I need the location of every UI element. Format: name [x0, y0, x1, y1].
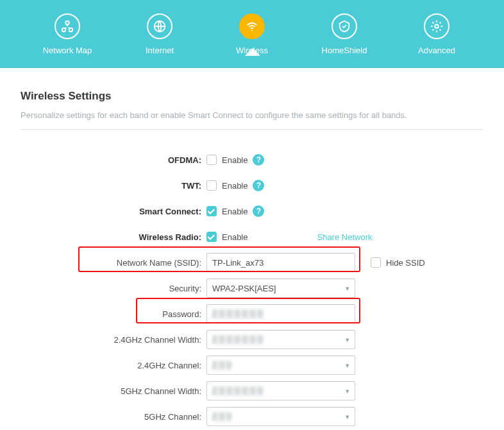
security-label: Security:	[21, 284, 206, 293]
row-24-width: 2.4GHz Channel Width: ▾	[21, 327, 483, 352]
password-label: Password:	[21, 309, 206, 319]
ch-5-label: 5GHz Channel:	[21, 412, 206, 422]
help-icon[interactable]: ?	[253, 154, 264, 166]
chevron-down-icon: ▾	[346, 413, 349, 421]
wireless-radio-enable-text: Enable	[222, 232, 248, 242]
hide-ssid-checkbox[interactable]	[371, 257, 381, 268]
password-input[interactable]	[206, 304, 355, 323]
page-description: Personalize settings for each band or en…	[21, 110, 483, 130]
chevron-down-icon: ▾	[346, 284, 349, 293]
smart-connect-label: Smart Connect:	[21, 207, 206, 216]
chevron-down-icon: ▾	[346, 336, 349, 344]
ch-24-label: 2.4GHz Channel:	[21, 361, 206, 370]
smart-connect-checkbox[interactable]	[206, 206, 217, 216]
blurred-value	[212, 386, 264, 395]
row-twt: TWT: Enable ?	[21, 173, 483, 198]
help-icon[interactable]: ?	[253, 180, 264, 191]
top-nav: Network Map Internet Wireless HomeShield…	[0, 0, 504, 68]
nav-advanced[interactable]: Advanced	[406, 13, 467, 55]
hide-ssid-label: Hide SSID	[386, 258, 425, 268]
help-icon[interactable]: ?	[253, 205, 264, 217]
gear-icon	[424, 13, 449, 39]
blurred-value	[212, 412, 231, 421]
blurred-value	[212, 309, 264, 318]
ofdma-enable-text: Enable	[222, 155, 248, 165]
homeshield-icon	[332, 13, 357, 39]
nav-wireless[interactable]: Wireless	[221, 13, 283, 55]
ofdma-checkbox[interactable]	[206, 155, 217, 165]
nav-label: HomeShield	[322, 46, 367, 55]
row-24-channel: 2.4GHz Channel: ▾	[21, 353, 483, 377]
svg-point-0	[65, 21, 69, 24]
page-title: Wireless Settings	[21, 90, 483, 103]
ch-24-select[interactable]: ▾	[206, 356, 355, 375]
network-map-icon	[55, 13, 80, 39]
ssid-input[interactable]	[206, 253, 355, 272]
blurred-value	[212, 361, 231, 370]
chevron-down-icon: ▾	[346, 361, 349, 370]
row-smart-connect: Smart Connect: Enable ?	[21, 199, 483, 223]
security-value: WPA2-PSK[AES]	[212, 284, 276, 293]
nav-label: Internet	[146, 46, 174, 55]
blurred-value	[212, 335, 264, 344]
security-select[interactable]: WPA2-PSK[AES] ▾	[206, 279, 355, 298]
chevron-down-icon: ▾	[346, 387, 349, 395]
settings-form: OFDMA: Enable ? TWT: Enable ? Smart Conn…	[21, 148, 483, 429]
svg-point-4	[251, 30, 253, 31]
smart-connect-enable-text: Enable	[222, 207, 248, 216]
twt-label: TWT:	[21, 181, 206, 191]
twt-checkbox[interactable]	[206, 180, 217, 191]
share-network-link[interactable]: Share Network	[317, 232, 372, 242]
ch-width-24-select[interactable]: ▾	[206, 330, 355, 349]
globe-icon	[147, 13, 172, 39]
ch-width-24-label: 2.4GHz Channel Width:	[21, 335, 206, 345]
wireless-radio-label: Wireless Radio:	[21, 232, 206, 242]
row-security: Security: WPA2-PSK[AES] ▾	[21, 276, 483, 300]
row-ofdma: OFDMA: Enable ?	[21, 148, 483, 172]
row-password: Password:	[21, 302, 483, 326]
ch-5-select[interactable]: ▾	[206, 407, 355, 426]
nav-label: Network Map	[43, 46, 92, 55]
nav-network-map[interactable]: Network Map	[37, 13, 98, 55]
row-5-channel: 5GHz Channel: ▾	[21, 404, 483, 429]
page-content: Wireless Settings Personalize settings f…	[0, 68, 504, 429]
wifi-icon	[239, 13, 265, 39]
active-tab-arrow	[245, 48, 260, 56]
row-ssid: Network Name (SSID): Hide SSID	[21, 250, 483, 275]
twt-enable-text: Enable	[222, 181, 248, 191]
ch-width-5-select[interactable]: ▾	[206, 381, 355, 400]
row-wireless-radio: Wireless Radio: Enable Share Network	[21, 225, 483, 249]
svg-point-5	[435, 24, 439, 28]
nav-homeshield[interactable]: HomeShield	[314, 13, 375, 55]
nav-label: Advanced	[418, 46, 455, 55]
wireless-radio-checkbox[interactable]	[206, 232, 217, 242]
ofdma-label: OFDMA:	[21, 155, 206, 165]
ssid-label: Network Name (SSID):	[21, 258, 206, 268]
row-5-width: 5GHz Channel Width: ▾	[21, 379, 483, 403]
nav-internet[interactable]: Internet	[129, 13, 190, 55]
ch-width-5-label: 5GHz Channel Width:	[21, 386, 206, 396]
